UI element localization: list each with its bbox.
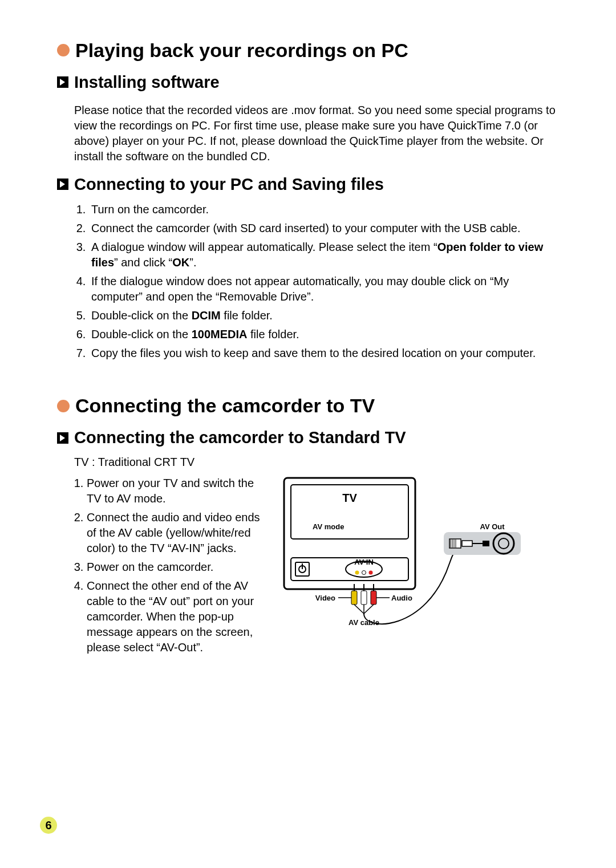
step-text: file folder. bbox=[247, 328, 299, 340]
subsection-installing-software-title: Installing software bbox=[74, 72, 220, 92]
list-item: Connect the audio and video ends of the … bbox=[87, 510, 268, 556]
svg-line-20 bbox=[364, 605, 374, 614]
section-1-title: Playing back your recordings on PC bbox=[75, 39, 408, 62]
step-text: Power on your TV and switch the TV to AV… bbox=[87, 477, 254, 505]
tv-note: TV : Traditional CRT TV bbox=[74, 456, 559, 469]
step-bold: OK bbox=[172, 256, 189, 269]
step-text: file folder. bbox=[221, 309, 273, 322]
step-text: Power on the camcorder. bbox=[87, 561, 213, 573]
svg-rect-10 bbox=[351, 591, 357, 605]
step-text: Double-click on the bbox=[91, 309, 192, 322]
step-text: ”. bbox=[189, 256, 196, 269]
step-text: Connect the other end of the AV cable to… bbox=[87, 579, 254, 654]
svg-point-7 bbox=[355, 570, 359, 574]
step-text: A dialogue window will appear automatica… bbox=[91, 241, 437, 253]
step-text: Double-click on the bbox=[91, 328, 192, 340]
list-item: Power on your TV and switch the TV to AV… bbox=[87, 476, 268, 506]
step-text: Turn on the camcorder. bbox=[91, 203, 209, 216]
bullet-icon bbox=[57, 44, 70, 56]
list-item: Turn on the camcorder. bbox=[89, 202, 559, 217]
step-text: Connect the audio and video ends of the … bbox=[87, 511, 260, 554]
diagram-svg: TV AV mode AV-IN bbox=[278, 472, 524, 643]
list-item: Connect the other end of the AV cable to… bbox=[87, 578, 268, 655]
svg-rect-14 bbox=[371, 591, 376, 605]
step-text: If the dialogue window does not appear a… bbox=[91, 275, 509, 303]
svg-point-8 bbox=[362, 570, 366, 574]
tv-connection-diagram: TV AV mode AV-IN bbox=[278, 472, 524, 646]
connecting-pc-steps: Turn on the camcorder. Connect the camco… bbox=[74, 202, 559, 361]
av-cable-plugs bbox=[351, 584, 376, 605]
subsection-installing-software-heading: Installing software bbox=[57, 72, 559, 92]
svg-rect-22 bbox=[449, 539, 461, 548]
av-cable-label: AV cable bbox=[348, 618, 379, 627]
step-bold: 100MEDIA bbox=[192, 328, 248, 340]
svg-rect-29 bbox=[483, 541, 489, 546]
svg-rect-27 bbox=[462, 541, 472, 546]
step-text: Copy the files you wish to keep and save… bbox=[91, 347, 536, 359]
list-item: Double-click on the 100MEDIA file folder… bbox=[89, 327, 559, 342]
list-item: Double-click on the DCIM file folder. bbox=[89, 308, 559, 323]
step-text: Connect the camcorder (with SD card inse… bbox=[91, 222, 521, 234]
list-item: Copy the files you wish to keep and save… bbox=[89, 346, 559, 361]
list-item: A dialogue window will appear automatica… bbox=[89, 240, 559, 270]
page-number-text: 6 bbox=[45, 819, 51, 832]
video-label: Video bbox=[315, 594, 335, 602]
tv-label: TV bbox=[342, 492, 357, 504]
svg-rect-12 bbox=[361, 591, 367, 605]
arrow-icon bbox=[57, 76, 68, 88]
step-bold: DCIM bbox=[192, 309, 221, 322]
subsection-standard-tv-title: Connecting the camcorder to Standard TV bbox=[74, 428, 406, 448]
svg-line-18 bbox=[354, 605, 364, 614]
audio-label: Audio bbox=[391, 594, 412, 602]
av-out-label: AV Out bbox=[480, 522, 505, 531]
svg-rect-2 bbox=[291, 558, 408, 581]
step-text: ” and click “ bbox=[114, 256, 172, 269]
section-1-heading: Playing back your recordings on PC bbox=[57, 39, 559, 62]
tv-steps-column: Power on your TV and switch the TV to AV… bbox=[74, 472, 268, 659]
tv-connection-area: Power on your TV and switch the TV to AV… bbox=[74, 472, 559, 659]
bullet-icon bbox=[57, 400, 70, 412]
list-item: If the dialogue window does not appear a… bbox=[89, 274, 559, 305]
page-number: 6 bbox=[40, 817, 57, 834]
list-item: Connect the camcorder (with SD card inse… bbox=[89, 221, 559, 236]
arrow-icon bbox=[57, 179, 68, 190]
installing-software-paragraph: Please notice that the recorded videos a… bbox=[74, 103, 559, 164]
av-mode-label: AV mode bbox=[313, 522, 344, 531]
subsection-connecting-pc-heading: Connecting to your PC and Saving files bbox=[57, 175, 559, 194]
subsection-standard-tv-heading: Connecting the camcorder to Standard TV bbox=[57, 428, 559, 448]
section-2-heading: Connecting the camcorder to TV bbox=[57, 394, 559, 417]
list-item: Power on the camcorder. bbox=[87, 559, 268, 575]
subsection-connecting-pc-title: Connecting to your PC and Saving files bbox=[74, 175, 384, 194]
arrow-icon bbox=[57, 432, 68, 444]
svg-point-9 bbox=[369, 570, 373, 574]
tv-steps-list: Power on your TV and switch the TV to AV… bbox=[74, 476, 268, 655]
section-2-title: Connecting the camcorder to TV bbox=[75, 394, 375, 417]
av-in-label: AV-IN bbox=[354, 558, 374, 566]
document-page: Playing back your recordings on PC Insta… bbox=[0, 0, 616, 868]
